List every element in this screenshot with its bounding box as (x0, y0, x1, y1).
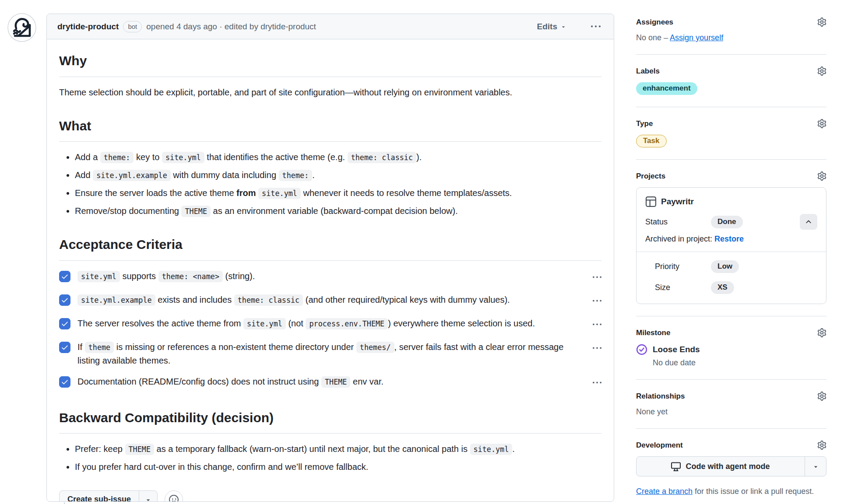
assignees-settings-gear-icon[interactable] (817, 18, 826, 27)
project-card: Paywritr Status Done Archived in project… (636, 187, 826, 304)
create-branch-link[interactable]: Create a branch (636, 487, 693, 496)
check-icon (61, 378, 69, 386)
comment-options-kebab[interactable] (591, 22, 601, 32)
create-sub-issue-split-button: Create sub-issue (59, 490, 158, 502)
author-avatar[interactable] (7, 13, 36, 42)
code-with-agent-button[interactable]: Code with agent mode (637, 457, 805, 476)
milestone-settings-gear-icon[interactable] (817, 328, 826, 337)
no-assignee-text: No one – (636, 33, 668, 42)
list-item: If you prefer hard cut-over in this chan… (75, 460, 601, 474)
comment-meta: opened 4 days ago · edited by drytide-pr… (146, 22, 316, 32)
relationships-settings-gear-icon[interactable] (817, 392, 826, 401)
create-branch-text: for this issue or link a pull request. (693, 487, 814, 496)
edits-label: Edits (537, 22, 557, 32)
task-options-kebab[interactable] (593, 272, 601, 286)
projects-section: Projects Paywritr Status Done Archived i… (636, 172, 826, 316)
milestone-check-circle-icon (636, 344, 647, 355)
milestone-title: Milestone (636, 329, 670, 337)
relationships-section: Relationships None yet (636, 392, 826, 429)
labels-title: Labels (636, 67, 660, 76)
project-archived-line: Archived in project: Restore (637, 234, 826, 244)
milestone-section: Milestone Loose Ends No due date (636, 328, 826, 380)
create-branch-note: Create a branch for this issue or link a… (636, 486, 826, 497)
task-text: site.yml supports theme: <name> (string)… (77, 270, 586, 283)
task-item: site.yml supports theme: <name> (string)… (59, 270, 601, 286)
milestone-due-date: No due date (653, 358, 826, 368)
issue-comment-card: drytide-product bot opened 4 days ago · … (46, 14, 614, 502)
task-text: The server resolves the active theme fro… (77, 317, 586, 330)
label-enhancement[interactable]: enhancement (636, 82, 697, 95)
project-size-value[interactable]: XS (711, 281, 734, 294)
assignees-title: Assignees (636, 18, 673, 27)
kebab-icon (591, 22, 601, 32)
project-table-icon (645, 196, 657, 207)
kebab-icon (593, 320, 601, 329)
task-item: site.yml.example exists and includes the… (59, 293, 601, 309)
comment-header: drytide-product bot opened 4 days ago · … (47, 14, 614, 39)
list-item: Remove/stop documenting THEME as an envi… (75, 204, 601, 218)
kebab-icon (593, 378, 601, 387)
heading-what: What (59, 116, 601, 142)
what-list: Add a theme: key to site.yml that identi… (59, 150, 601, 218)
create-sub-issue-button[interactable]: Create sub-issue (60, 491, 139, 502)
restore-link[interactable]: Restore (714, 234, 744, 243)
task-checkbox[interactable] (59, 376, 70, 388)
development-settings-gear-icon[interactable] (817, 441, 826, 450)
task-checkbox[interactable] (59, 318, 70, 329)
task-options-kebab[interactable] (593, 343, 601, 357)
list-item: Ensure the server loads the active theme… (75, 186, 601, 200)
timeline-line (64, 502, 65, 504)
type-task-badge[interactable]: Task (636, 135, 667, 147)
type-settings-gear-icon[interactable] (817, 119, 826, 128)
code-with-agent-caret[interactable] (805, 457, 826, 476)
labels-settings-gear-icon[interactable] (817, 66, 826, 76)
author-name[interactable]: drytide-product (57, 22, 119, 32)
development-section: Development Code with agent mode Create … (636, 441, 826, 504)
project-collapse-button[interactable] (800, 214, 817, 230)
heading-acceptance-criteria: Acceptance Criteria (59, 234, 601, 261)
task-text: Documentation (README/config docs) does … (77, 375, 586, 388)
labels-section: Labels enhancement (636, 66, 826, 107)
project-priority-value[interactable]: Low (711, 260, 739, 273)
triangle-down-icon (145, 497, 151, 502)
check-icon (61, 343, 69, 351)
project-status-value[interactable]: Done (711, 216, 743, 228)
comment-footer: Create sub-issue (59, 490, 601, 502)
edits-dropdown[interactable]: Edits (537, 22, 566, 32)
archived-text: Archived in project: (645, 234, 712, 243)
task-checkbox[interactable] (59, 342, 70, 353)
task-checkbox[interactable] (59, 271, 70, 282)
create-sub-issue-caret[interactable] (139, 491, 157, 502)
assignees-section: Assignees No one – Assign yourself (636, 18, 826, 55)
project-size-label: Size (655, 283, 711, 292)
kebab-icon (593, 273, 601, 282)
task-list: site.yml supports theme: <name> (string)… (59, 270, 601, 391)
heading-why: Why (59, 51, 601, 77)
project-name[interactable]: Paywritr (661, 197, 694, 206)
assignees-empty-state: No one – Assign yourself (636, 33, 826, 42)
task-options-kebab[interactable] (593, 378, 601, 391)
milestone-name[interactable]: Loose Ends (653, 345, 700, 354)
task-checkbox[interactable] (59, 294, 70, 306)
projects-settings-gear-icon[interactable] (817, 172, 826, 181)
task-item: Documentation (README/config docs) does … (59, 375, 601, 391)
heading-backward-compatibility: Backward Compatibility (decision) (59, 408, 601, 434)
type-section: Type Task (636, 119, 826, 160)
relationships-empty-state: None yet (636, 407, 826, 416)
check-icon (61, 296, 69, 304)
development-title: Development (636, 441, 683, 450)
kebab-icon (593, 297, 601, 305)
add-reaction-button[interactable] (165, 490, 183, 502)
triangle-down-icon (812, 463, 819, 470)
project-card-divider (637, 252, 826, 252)
projects-title: Projects (636, 172, 665, 181)
code-with-agent-split-button: Code with agent mode (636, 456, 826, 476)
kebab-icon (593, 344, 601, 353)
assign-yourself-link[interactable]: Assign yourself (670, 33, 723, 42)
task-text: If theme is missing or references a non-… (77, 340, 586, 368)
drytide-logo-icon (7, 13, 36, 42)
task-options-kebab[interactable] (593, 319, 601, 333)
project-priority-label: Priority (655, 262, 711, 271)
task-options-kebab[interactable] (593, 296, 601, 309)
chevron-up-icon (805, 218, 812, 226)
